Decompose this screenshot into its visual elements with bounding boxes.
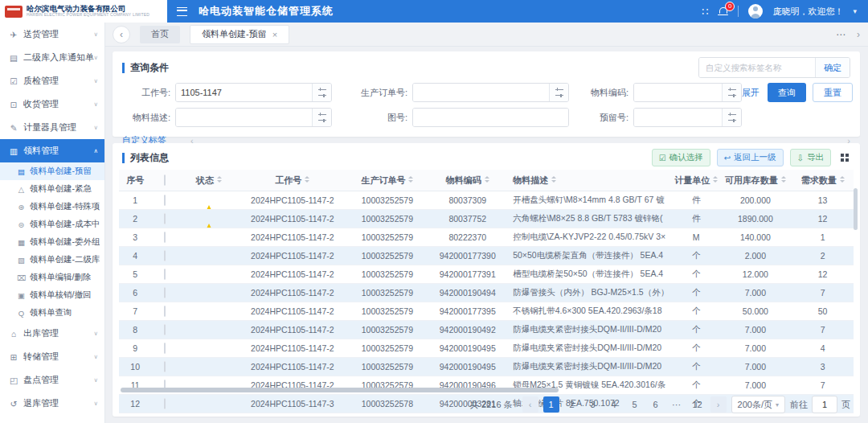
row-checkbox-cell[interactable] <box>151 339 178 358</box>
reset-button[interactable]: 重置 <box>813 83 853 102</box>
submenu-item[interactable]: ▣领料单核销/撤回 <box>0 286 104 304</box>
row-checkbox[interactable] <box>164 232 166 243</box>
row-checkbox[interactable] <box>164 361 166 372</box>
col-计量单位[interactable]: 计量单位 <box>674 170 719 191</box>
export-button[interactable]: ⇩ 导出 <box>790 149 831 166</box>
tab-close-icon[interactable]: × <box>272 30 277 39</box>
next-page-icon[interactable]: › <box>710 396 727 413</box>
col-物料编码[interactable]: 物料编码 <box>428 170 506 191</box>
page-number[interactable]: 2 <box>564 396 580 413</box>
sidebar-item[interactable]: ⊡收货管理∨ <box>0 92 104 116</box>
sidebar-item[interactable]: ☑质检管理∨ <box>0 69 104 92</box>
col-生产订单号[interactable]: 生产订单号 <box>346 170 428 191</box>
sort-icon[interactable] <box>305 176 309 183</box>
page-number[interactable]: 1 <box>543 396 559 413</box>
row-checkbox[interactable] <box>164 287 166 298</box>
col-状态[interactable]: 状态 <box>179 170 240 191</box>
row-checkbox-cell[interactable] <box>151 210 178 228</box>
filter-suffix-icon[interactable] <box>549 84 568 101</box>
sidebar-item[interactable]: ✎计量器具管理∨ <box>0 116 104 139</box>
confirm-select-button[interactable]: ☑ 确认选择 <box>652 149 710 166</box>
row-checkbox-cell[interactable] <box>151 358 178 376</box>
sidebar-item[interactable]: ⌂出库管理∨ <box>0 322 104 345</box>
filter-suffix-icon[interactable] <box>722 84 741 101</box>
work-no-input[interactable] <box>176 84 312 101</box>
tab-back-icon[interactable]: ‹ <box>113 26 130 43</box>
sidebar-item[interactable]: ⊞转储管理∨ <box>0 345 104 368</box>
column-settings-icon[interactable] <box>841 154 844 157</box>
table-row[interactable]: 102024HPC1105-1147-210003252579942000190… <box>119 358 854 376</box>
row-checkbox-cell[interactable] <box>151 302 178 321</box>
filter-suffix-icon[interactable] <box>722 109 741 126</box>
row-checkbox-cell[interactable] <box>151 321 178 339</box>
col-物料描述[interactable]: 物料描述 <box>506 170 674 191</box>
goto-page-input[interactable] <box>812 396 837 413</box>
submenu-item[interactable]: △领料单创建-紧急 <box>0 180 104 198</box>
sort-icon[interactable] <box>713 176 718 183</box>
filter-suffix-icon[interactable] <box>312 109 331 126</box>
prev-page-icon[interactable]: ‹ <box>522 396 538 413</box>
tag-confirm-button[interactable]: 确定 <box>815 58 850 77</box>
row-checkbox-cell[interactable] <box>151 191 178 210</box>
sort-icon[interactable] <box>485 176 489 183</box>
user-avatar[interactable] <box>748 4 763 18</box>
select-all-checkbox[interactable] <box>164 175 166 186</box>
row-checkbox[interactable] <box>164 343 166 354</box>
sort-icon[interactable] <box>840 176 845 183</box>
table-row[interactable]: 32024HPC1105-1147-21000325257980222370控制… <box>119 228 854 247</box>
vertical-scrollbar[interactable] <box>854 188 858 230</box>
production-order-input[interactable] <box>413 84 549 101</box>
sort-icon[interactable] <box>408 176 413 183</box>
sort-icon[interactable] <box>551 176 556 183</box>
submenu-item[interactable]: ⌧领料单编辑/删除 <box>0 269 104 286</box>
horizontal-scrollbar[interactable] <box>121 388 559 392</box>
tab-home[interactable]: 首页 <box>140 26 180 43</box>
material-code-input[interactable] <box>634 84 722 101</box>
submenu-item[interactable]: ▧领料单创建-二级库 <box>0 251 104 269</box>
table-row[interactable]: 42024HPC1105-1147-2100032525799420001773… <box>119 247 854 265</box>
page-number[interactable]: 12 <box>690 396 706 413</box>
sidebar-item[interactable]: ↺退库管理∨ <box>0 392 104 415</box>
table-row[interactable]: 92024HPC1105-1147-2100032525799420001904… <box>119 339 854 358</box>
tab-material-create[interactable]: 领料单创建-预留 × <box>190 25 289 44</box>
col-需求数量[interactable]: 需求数量 <box>792 170 854 191</box>
sidebar-item[interactable]: ◰盘点管理∨ <box>0 368 104 392</box>
sidebar-item[interactable]: ▥领料管理∧ <box>0 139 104 162</box>
user-greeting[interactable]: 庞晓明，欢迎您！ <box>772 6 843 18</box>
col-工作号[interactable]: 工作号 <box>239 170 346 191</box>
submenu-item[interactable]: Q领料单查询 <box>0 304 104 322</box>
row-checkbox-cell[interactable] <box>151 265 178 284</box>
row-checkbox-cell[interactable] <box>151 247 178 265</box>
sort-icon[interactable] <box>781 176 786 183</box>
table-row[interactable]: 72024HPC1105-1147-2100032525799420001773… <box>119 302 854 321</box>
table-row[interactable]: 62024HPC1105-1147-2100032525799420001904… <box>119 284 854 302</box>
notification-bell-icon[interactable]: 0 <box>718 6 728 16</box>
table-row[interactable]: 22024HPC1105-1147-21000325257980037752六角… <box>119 210 854 228</box>
sidebar-item[interactable]: ▤二级库入库通知单∨ <box>0 46 104 69</box>
tab-forward-icon[interactable]: › <box>857 29 860 40</box>
row-checkbox[interactable] <box>164 269 166 280</box>
return-up-button[interactable]: ↩ 返回上一级 <box>717 149 784 166</box>
reservation-no-input[interactable] <box>634 109 722 126</box>
page-number[interactable]: 5 <box>627 396 643 413</box>
tab-more-icon[interactable]: ⋯ <box>836 29 847 40</box>
collapse-menu-icon[interactable] <box>177 7 187 16</box>
submenu-item[interactable]: ⊛领料单创建-特殊项目 <box>0 198 104 216</box>
search-button[interactable]: 查询 <box>768 83 806 102</box>
page-size-select[interactable]: 200条/页 ▾ <box>731 396 785 413</box>
row-checkbox[interactable] <box>164 195 166 206</box>
page-number[interactable]: 3 <box>585 396 601 413</box>
custom-tag-name-input[interactable] <box>699 58 815 77</box>
page-number[interactable]: 6 <box>648 396 664 413</box>
sidebar-item[interactable]: ✈送货管理∨ <box>0 23 104 46</box>
row-checkbox-cell[interactable] <box>151 228 178 247</box>
filter-suffix-icon[interactable] <box>312 84 331 101</box>
row-checkbox[interactable] <box>164 213 166 224</box>
table-row[interactable]: 82024HPC1105-1147-2100032525799420001904… <box>119 321 854 339</box>
drawing-no-input[interactable] <box>413 109 568 126</box>
expand-link[interactable]: 展开 <box>742 87 760 99</box>
sort-icon[interactable] <box>217 176 222 183</box>
col-可用库存数量[interactable]: 可用库存数量 <box>719 170 792 191</box>
page-number[interactable]: 4 <box>606 396 622 413</box>
page-number[interactable]: ··· <box>669 396 685 413</box>
